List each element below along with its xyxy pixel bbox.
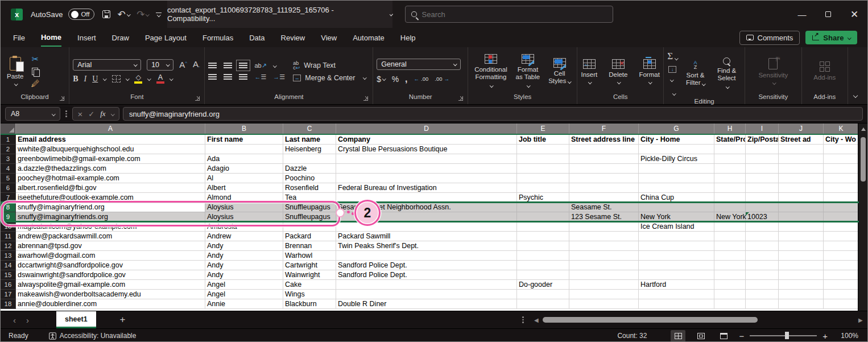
autosum-button[interactable]: Σ [667,51,677,62]
cell-F11[interactable] [569,232,639,241]
cell-G6[interactable] [639,183,714,193]
cell-J2[interactable] [779,145,824,154]
comma-style-button[interactable]: , [405,74,407,84]
row-header-3[interactable]: 3 [1,154,16,164]
paste-button[interactable]: Paste [4,56,26,86]
clipboard-dialog-launcher[interactable] [60,96,64,101]
cell-H6[interactable] [714,183,746,193]
zoom-in-button[interactable]: + [822,331,828,341]
increase-indent-button[interactable]: →☰ [273,73,285,81]
cell-B14[interactable]: Andy [205,261,283,270]
tab-insert[interactable]: Insert [77,29,96,46]
borders-button[interactable] [112,75,121,83]
row-header-6[interactable]: 6 [1,183,16,193]
cell-F16[interactable] [569,280,639,290]
row-header-8[interactable]: 8 [1,203,16,212]
ready-indicator[interactable]: Ready [9,332,28,340]
cell-G16[interactable]: Hartford [639,280,714,290]
cell-B18[interactable]: Annie [205,299,283,309]
cell-J5[interactable] [779,174,824,183]
cell-F14[interactable] [569,261,639,270]
cell-I11[interactable] [746,232,779,241]
cell-C4[interactable]: Dazzle [283,164,336,174]
align-right-button[interactable] [239,74,247,80]
cell-F5[interactable] [569,174,639,183]
cell-I10[interactable] [746,222,779,232]
cell-G13[interactable] [639,251,714,261]
cell-I8[interactable] [746,203,779,212]
cell-G15[interactable] [639,270,714,280]
fill-color-button[interactable]: ◇ [134,75,142,84]
cell-A1[interactable]: Email address [16,135,205,145]
cell-J18[interactable] [779,299,824,309]
cell-J4[interactable] [779,164,824,174]
row-header-15[interactable]: 15 [1,270,16,280]
cell-G14[interactable] [639,261,714,270]
fill-chevron-icon[interactable] [670,78,673,81]
cell-B2[interactable] [205,145,283,154]
cell-C14[interactable]: Cartwright [283,261,336,270]
row-header-10[interactable]: 10 [1,222,16,232]
cell-H8[interactable] [714,203,746,212]
cell-C15[interactable]: Wainwright [283,270,336,280]
cell-H13[interactable] [714,251,746,261]
tab-file[interactable]: File [13,29,25,46]
sensitivity-button[interactable]: Sensitivity [755,57,791,85]
cell-B1[interactable]: First name [205,135,283,145]
cell-E10[interactable] [517,222,569,232]
confirm-entry-button[interactable]: ✓ [88,110,94,118]
cell-B15[interactable]: Andy [205,270,283,280]
zoom-slider-thumb[interactable] [785,332,789,339]
cell-D4[interactable] [336,164,517,174]
cell-B16[interactable]: Angel [205,280,283,290]
cell-H12[interactable] [714,241,746,251]
cell-D6[interactable]: Federal Bureau of Investigation [336,183,517,193]
delete-cells-button[interactable]: ✕ Delete [606,58,630,85]
percent-style-button[interactable]: % [392,75,399,84]
cell-C13[interactable]: Warhowl [283,251,336,261]
formula-input[interactable] [129,110,857,118]
tab-home[interactable]: Home [41,28,61,47]
column-header-E[interactable]: E [517,123,569,134]
cell-K15[interactable] [824,270,859,280]
cell-G10[interactable]: Ice Cream Island [639,222,714,232]
cell-J8[interactable] [779,203,824,212]
bold-button[interactable]: B [73,75,78,84]
autosave-toggle[interactable]: Off [68,9,94,20]
number-format-select[interactable]: General [377,59,461,70]
vertical-scrollbar[interactable] [858,123,867,311]
search-input[interactable] [422,10,607,19]
cell-H5[interactable] [714,174,746,183]
conditional-formatting-button[interactable]: Conditional Formatting [472,53,510,89]
cell-C8[interactable]: Snuffleupagus [283,203,336,212]
undo-button[interactable]: ↶ [117,9,130,20]
cell-J14[interactable] [779,261,824,270]
tab-page-layout[interactable]: Page Layout [145,29,187,46]
font-name-select[interactable]: Arial [73,59,141,71]
cell-E6[interactable] [517,183,569,193]
cell-B12[interactable]: Andy [205,241,283,251]
cell-F13[interactable] [569,251,639,261]
next-sheet-button[interactable]: › [26,315,29,325]
cell-E15[interactable] [517,270,569,280]
cell-K16[interactable] [824,280,859,290]
cell-K4[interactable] [824,164,859,174]
cell-K18[interactable] [824,299,859,309]
formula-input-area[interactable] [123,107,863,121]
name-box[interactable]: A8 [5,107,60,121]
cell-F8[interactable]: Seasame St. [569,203,639,212]
column-header-D[interactable]: D [336,123,517,134]
find-select-chevron-icon[interactable] [726,85,729,88]
autosum-chevron-icon[interactable] [675,56,678,60]
cell-C16[interactable]: Cake [283,280,336,290]
cell-G12[interactable] [639,241,714,251]
cell-B11[interactable]: Andrew [205,232,283,241]
cell-G3[interactable]: Pickle-Dilly Circus [639,154,714,164]
format-cells-button[interactable]: Format [636,58,662,85]
cell-I18[interactable] [746,299,779,309]
insert-function-button[interactable]: fx [100,109,105,118]
cell-K12[interactable] [824,241,859,251]
cell-K3[interactable] [824,154,859,164]
delete-chevron-icon[interactable] [617,80,621,84]
cell-A14[interactable]: dccartwright@sandfordpolice.gov [16,261,205,270]
